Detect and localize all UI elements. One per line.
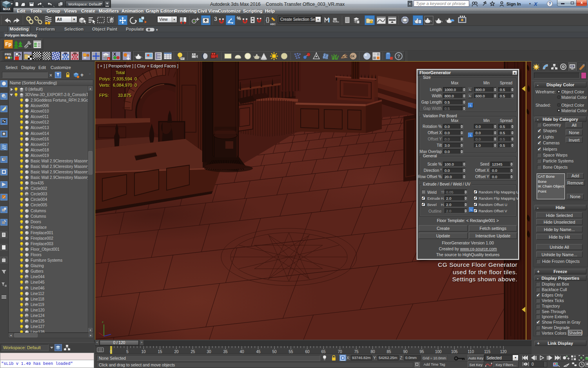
svg-text:0: 0 bbox=[110, 350, 112, 354]
svg-text:?: ? bbox=[397, 53, 400, 59]
svg-text:85: 85 bbox=[387, 350, 391, 354]
svg-text:45: 45 bbox=[256, 350, 261, 354]
svg-text:110: 110 bbox=[468, 350, 474, 354]
svg-text:25: 25 bbox=[191, 350, 195, 354]
svg-text:90: 90 bbox=[403, 350, 408, 354]
svg-text:40: 40 bbox=[240, 350, 244, 354]
svg-text:x: x bbox=[108, 58, 110, 60]
svg-text:100: 100 bbox=[435, 350, 442, 354]
svg-text:z: z bbox=[102, 320, 103, 324]
svg-text:10: 10 bbox=[141, 350, 146, 354]
svg-text:120: 120 bbox=[500, 350, 507, 354]
svg-text:35: 35 bbox=[223, 350, 228, 354]
svg-text:▾: ▾ bbox=[156, 28, 158, 32]
svg-text:15: 15 bbox=[158, 350, 162, 354]
svg-text:60: 60 bbox=[305, 350, 310, 354]
svg-text:30: 30 bbox=[207, 350, 211, 354]
svg-text:PRS: PRS bbox=[5, 53, 11, 56]
svg-text:55: 55 bbox=[289, 350, 293, 354]
svg-text:105: 105 bbox=[451, 350, 458, 354]
svg-text:65: 65 bbox=[321, 350, 326, 354]
svg-text:▾: ▾ bbox=[529, 2, 531, 5]
svg-text:HF: HF bbox=[342, 56, 345, 58]
svg-text:20: 20 bbox=[174, 350, 179, 354]
svg-text:X: X bbox=[534, 1, 538, 7]
svg-text:115: 115 bbox=[484, 350, 490, 354]
svg-text:OX: OX bbox=[350, 55, 354, 58]
svg-text:5: 5 bbox=[126, 350, 129, 354]
svg-text:{}: {} bbox=[266, 16, 270, 23]
svg-text:50: 50 bbox=[272, 350, 277, 354]
svg-text:70: 70 bbox=[338, 350, 342, 354]
svg-text:X: X bbox=[113, 52, 116, 56]
svg-text:Sign In: Sign In bbox=[506, 2, 521, 6]
svg-text:95: 95 bbox=[419, 350, 424, 354]
svg-text:ABC: ABC bbox=[270, 23, 276, 26]
svg-text:75: 75 bbox=[354, 350, 359, 354]
svg-text:80: 80 bbox=[370, 350, 375, 354]
